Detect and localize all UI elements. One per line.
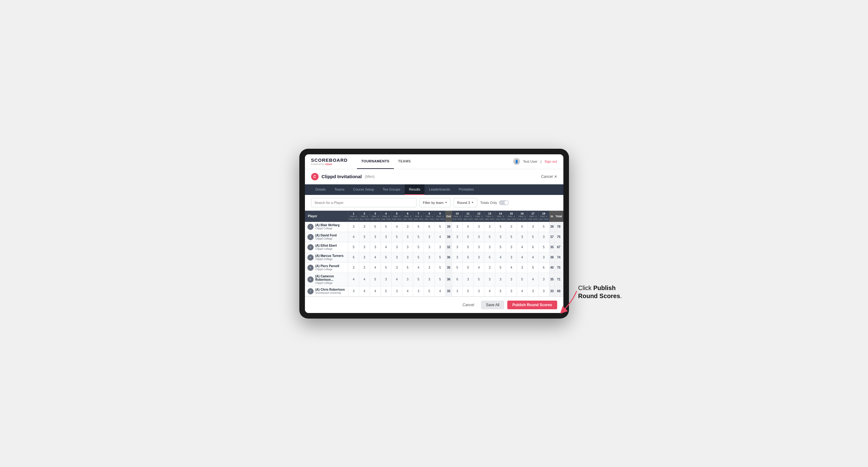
score-hole-3[interactable]: 5 (370, 222, 380, 232)
score-hole-4[interactable]: 3 (380, 273, 392, 286)
score-hole-1[interactable]: 5 (348, 242, 359, 252)
score-hole-17[interactable]: 4 (527, 252, 538, 262)
tab-printables[interactable]: Printables (454, 184, 478, 195)
score-hole-4[interactable]: 4 (380, 242, 392, 252)
score-hole-18[interactable]: 3 (538, 232, 549, 242)
score-hole-7[interactable]: 5 (413, 252, 424, 262)
score-hole-5[interactable]: 3 (392, 286, 402, 296)
score-hole-10[interactable]: 3 (452, 232, 463, 242)
score-hole-3[interactable]: 4 (370, 286, 380, 296)
score-hole-3[interactable]: 5 (370, 273, 380, 286)
score-hole-17[interactable]: 3 (527, 222, 538, 232)
score-hole-6[interactable]: 3 (402, 222, 413, 232)
score-hole-15[interactable]: 5 (506, 232, 517, 242)
score-hole-7[interactable]: 5 (413, 222, 424, 232)
score-hole-18[interactable]: 6 (538, 262, 549, 273)
score-hole-5[interactable]: 4 (392, 273, 402, 286)
score-hole-7[interactable]: 5 (413, 232, 424, 242)
score-hole-17[interactable]: 4 (527, 273, 538, 286)
score-hole-6[interactable]: 5 (402, 262, 413, 273)
score-hole-1[interactable]: 5 (348, 252, 359, 262)
score-hole-16[interactable]: 4 (517, 242, 527, 252)
score-hole-14[interactable]: 5 (495, 262, 506, 273)
tab-teams[interactable]: Teams (330, 184, 349, 195)
score-hole-12[interactable]: 5 (473, 273, 484, 286)
score-hole-17[interactable]: 5 (527, 232, 538, 242)
save-all-button[interactable]: Save All (481, 301, 504, 309)
tab-tee-groups[interactable]: Tee Groups (378, 184, 405, 195)
score-hole-11[interactable]: 5 (463, 222, 473, 232)
score-hole-16[interactable]: 5 (517, 273, 527, 286)
score-hole-1[interactable]: 3 (348, 222, 359, 232)
tab-course-setup[interactable]: Course Setup (349, 184, 378, 195)
tab-leaderboards[interactable]: Leaderboards (425, 184, 454, 195)
score-hole-18[interactable]: 5 (538, 242, 549, 252)
score-hole-8[interactable]: 3 (424, 242, 435, 252)
sign-out-link[interactable]: Sign out (545, 160, 557, 163)
score-hole-6[interactable]: 3 (402, 242, 413, 252)
score-hole-6[interactable]: 4 (402, 286, 413, 296)
score-hole-5[interactable]: 3 (392, 242, 402, 252)
score-hole-16[interactable]: 4 (517, 252, 527, 262)
score-hole-13[interactable]: 5 (484, 252, 495, 262)
score-hole-17[interactable]: 3 (527, 286, 538, 296)
score-hole-13[interactable]: 3 (484, 262, 495, 273)
score-hole-9[interactable]: 5 (435, 252, 445, 262)
score-hole-8[interactable]: 6 (424, 222, 435, 232)
cancel-header-button[interactable]: Cancel ✕ (541, 175, 557, 179)
score-hole-10[interactable]: 3 (452, 252, 463, 262)
score-hole-2[interactable]: 3 (359, 262, 370, 273)
score-hole-9[interactable]: 5 (435, 222, 445, 232)
score-hole-13[interactable]: 5 (484, 232, 495, 242)
score-hole-9[interactable]: 4 (435, 232, 445, 242)
score-hole-16[interactable]: 5 (517, 222, 527, 232)
score-hole-6[interactable]: 3 (402, 252, 413, 262)
score-hole-2[interactable]: 3 (359, 242, 370, 252)
score-hole-1[interactable]: 3 (348, 286, 359, 296)
score-hole-17[interactable]: 6 (527, 242, 538, 252)
score-hole-18[interactable]: 3 (538, 273, 549, 286)
tab-details[interactable]: Details (311, 184, 330, 195)
score-hole-5[interactable]: 3 (392, 262, 402, 273)
score-hole-9[interactable]: 3 (435, 242, 445, 252)
score-hole-15[interactable]: 3 (506, 242, 517, 252)
score-hole-11[interactable]: 5 (463, 262, 473, 273)
score-hole-14[interactable]: 3 (495, 273, 506, 286)
score-hole-1[interactable]: 4 (348, 232, 359, 242)
score-hole-15[interactable]: 4 (506, 262, 517, 273)
score-hole-10[interactable]: 3 (452, 242, 463, 252)
score-hole-15[interactable]: 3 (506, 286, 517, 296)
score-hole-14[interactable]: 5 (495, 222, 506, 232)
score-hole-7[interactable]: 5 (413, 273, 424, 286)
score-hole-7[interactable]: 3 (413, 286, 424, 296)
score-hole-13[interactable]: 3 (484, 242, 495, 252)
score-hole-2[interactable]: 4 (359, 273, 370, 286)
score-hole-8[interactable]: 3 (424, 273, 435, 286)
score-hole-4[interactable]: 3 (380, 232, 392, 242)
score-hole-15[interactable]: 3 (506, 273, 517, 286)
score-hole-2[interactable]: 3 (359, 232, 370, 242)
score-hole-8[interactable]: 3 (424, 252, 435, 262)
score-hole-12[interactable]: 3 (473, 252, 484, 262)
score-hole-12[interactable]: 3 (473, 232, 484, 242)
score-hole-3[interactable]: 4 (370, 262, 380, 273)
cancel-button[interactable]: Cancel (459, 301, 478, 309)
score-hole-14[interactable]: 3 (495, 232, 506, 242)
score-hole-11[interactable]: 5 (463, 252, 473, 262)
score-hole-16[interactable]: 3 (517, 262, 527, 273)
score-hole-11[interactable]: 5 (463, 242, 473, 252)
score-hole-6[interactable]: 3 (402, 273, 413, 286)
nav-tournaments[interactable]: TOURNAMENTS (357, 154, 394, 169)
score-hole-10[interactable]: 6 (452, 273, 463, 286)
score-hole-8[interactable]: 3 (424, 232, 435, 242)
score-hole-4[interactable]: 5 (380, 262, 392, 273)
score-hole-9[interactable]: 5 (435, 273, 445, 286)
score-hole-8[interactable]: 5 (424, 286, 435, 296)
score-hole-10[interactable]: 3 (452, 286, 463, 296)
score-hole-11[interactable]: 5 (463, 286, 473, 296)
score-hole-18[interactable]: 3 (538, 252, 549, 262)
score-hole-14[interactable]: 5 (495, 242, 506, 252)
score-hole-6[interactable]: 3 (402, 232, 413, 242)
score-hole-14[interactable]: 5 (495, 286, 506, 296)
score-hole-9[interactable]: 4 (435, 286, 445, 296)
